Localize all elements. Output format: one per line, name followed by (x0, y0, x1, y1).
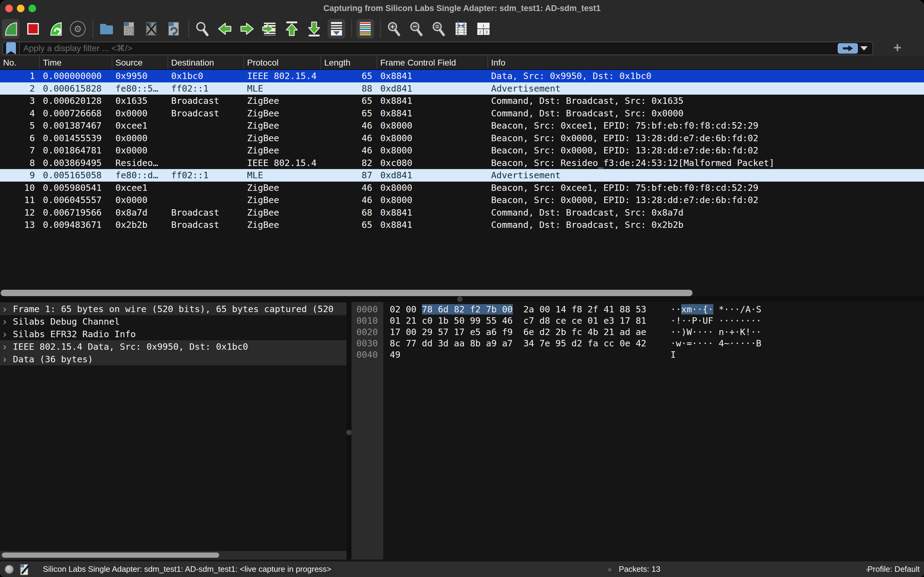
packet-row[interactable]: 100.0059805410xcee1ZigBee460x8000Beacon,… (0, 182, 924, 194)
hex-bytes[interactable]: 01 21 c0 1b 50 99 55 46 c7 d8 ce ce 01 e… (390, 315, 646, 327)
detail-hscrollbar-track (0, 551, 346, 559)
packet-row[interactable]: 90.005165058fe80::d…ff02::1MLE870xd841Ad… (0, 169, 924, 182)
column-header-no[interactable]: No. (0, 56, 40, 69)
toolbar-separator (188, 20, 189, 38)
column-header-destination[interactable]: Destination (168, 56, 244, 69)
splitter-handle[interactable] (346, 430, 352, 435)
start-capture-button[interactable] (2, 19, 19, 39)
packet-cell-length: 65 (321, 95, 377, 107)
reload-file-button[interactable] (165, 19, 182, 39)
resize-columns-button[interactable] (452, 19, 470, 39)
filter-dropdown-caret[interactable] (860, 46, 868, 50)
column-header-length[interactable]: Length (321, 56, 377, 69)
expand-chevron-icon[interactable]: › (3, 353, 13, 365)
layout-chooser-button[interactable]: 1 2 3 (475, 19, 492, 39)
hex-bytes[interactable]: 17 00 29 57 17 e5 a6 f9 6e d2 2b fc 4b 2… (390, 327, 646, 338)
hex-ascii[interactable]: ··)W···· n·+·K!·· (671, 327, 761, 338)
packet-cell-source: 0x2b2b (113, 219, 168, 231)
hex-ascii[interactable]: ·!··P·UF ········ (671, 315, 761, 327)
packet-row[interactable]: 60.0014555390x0000ZigBee460x8000Beacon, … (0, 132, 924, 145)
save-file-button[interactable]: 01010 01101 01110 (120, 19, 138, 39)
packet-row[interactable]: 20.000615828fe80::5…ff02::1MLE880xd841Ad… (0, 82, 924, 95)
close-file-button[interactable] (142, 19, 160, 39)
expand-chevron-icon[interactable]: › (3, 328, 13, 340)
hex-row[interactable]: 004049I (351, 349, 924, 361)
expand-chevron-icon[interactable]: › (3, 303, 13, 315)
packet-row[interactable]: 40.0007266680x0000BroadcastZigBee650x884… (0, 107, 924, 120)
packet-cell-no: 12 (0, 206, 40, 219)
first-packet-button[interactable] (283, 19, 301, 39)
add-filter-button[interactable]: + (893, 41, 901, 56)
column-header-fcf[interactable]: Frame Control Field (377, 56, 488, 69)
hex-ascii[interactable]: ·w·=···· 4~·····B (671, 338, 761, 349)
search-icon (195, 21, 210, 37)
packet-cell-protocol: ZigBee (244, 144, 321, 157)
vertical-splitter[interactable] (346, 302, 351, 559)
packet-cell-source: Resideo… (113, 157, 168, 169)
column-header-info[interactable]: Info (488, 56, 924, 69)
packet-cell-no: 1 (0, 70, 40, 82)
packet-cell-source: 0x0000 (113, 144, 168, 157)
packet-cell-time: 0.000726668 (40, 107, 113, 120)
packet-cell-info: Beacon, Src: 0x0000, EPID: 13:28:dd:e7:d… (488, 144, 924, 157)
packet-list-hscrollbar[interactable] (1, 290, 692, 296)
packet-cell-time: 0.000000000 (40, 70, 113, 82)
column-header-time[interactable]: Time (40, 56, 113, 69)
go-to-packet-button[interactable] (261, 19, 278, 39)
last-packet-button[interactable] (305, 19, 323, 39)
detail-row[interactable]: ›Silabs EFR32 Radio Info (0, 328, 346, 340)
next-packet-button[interactable] (238, 19, 256, 39)
zoom-reset-button[interactable]: = (430, 19, 448, 39)
packet-row[interactable]: 110.0060455570x0000ZigBee460x8000Beacon,… (0, 194, 924, 206)
packet-row[interactable]: 10.0000000000x99500x1bc0IEEE 802.15.4650… (0, 70, 924, 82)
hex-row[interactable]: 000002 00 78 6d 82 f2 7b 00 2a 00 14 f8 … (351, 304, 924, 315)
hex-bytes[interactable]: 02 00 78 6d 82 f2 7b 00 2a 00 14 f8 2f 4… (390, 304, 646, 315)
colorize-packets-button[interactable] (356, 19, 374, 39)
auto-scroll-button[interactable] (328, 19, 345, 39)
packet-row[interactable]: 80.003869495Resideo…IEEE 802.15.4820xc08… (0, 157, 924, 169)
filter-bookmark-button[interactable] (3, 42, 19, 55)
find-packet-button[interactable] (193, 19, 211, 39)
packet-row[interactable]: 130.0094836710x2b2bBroadcastZigBee650x88… (0, 219, 924, 231)
detail-row[interactable]: ›Frame 1: 65 bytes on wire (520 bits), 6… (0, 303, 346, 315)
packet-cell-length: 65 (321, 107, 377, 120)
column-header-protocol[interactable]: Protocol (244, 56, 321, 69)
packet-bytes-pane[interactable]: 000002 00 78 6d 82 f2 7b 00 2a 00 14 f8 … (351, 302, 924, 559)
packet-row[interactable]: 30.0006201280x1635BroadcastZigBee650x884… (0, 95, 924, 107)
capture-comment-button[interactable]: 0101 0110 (19, 564, 30, 577)
capture-status-led (5, 565, 14, 574)
detail-row[interactable]: ›Data (36 bytes) (0, 353, 346, 365)
detail-row[interactable]: ›IEEE 802.15.4 Data, Src: 0x9950, Dst: 0… (0, 340, 346, 353)
previous-packet-button[interactable] (216, 19, 233, 39)
status-bar: 0101 0110 Silicon Labs Single Adapter: s… (0, 561, 924, 577)
packet-cell-destination (168, 194, 244, 206)
horizontal-splitter[interactable] (0, 296, 924, 302)
expand-chevron-icon[interactable]: › (3, 340, 13, 353)
profile-selector[interactable]: Profile: Default (868, 561, 920, 577)
capture-options-button[interactable]: ⚙ (69, 19, 87, 39)
packet-row[interactable]: 50.0013874670xcee1ZigBee460x8000Beacon, … (0, 119, 924, 132)
column-header-source[interactable]: Source (113, 56, 168, 69)
packet-row[interactable]: 70.0018647810x0000ZigBee460x8000Beacon, … (0, 144, 924, 157)
open-file-button[interactable] (98, 19, 116, 39)
display-filter-input[interactable] (19, 43, 838, 53)
save-file-icon: 01010 01101 01110 (121, 21, 137, 37)
restart-capture-button[interactable] (47, 19, 64, 39)
hex-bytes[interactable]: 49 (390, 349, 401, 361)
hex-ascii[interactable]: ··xm··{· *···/A·S (671, 304, 761, 315)
detail-hscrollbar-thumb[interactable] (2, 553, 219, 558)
expand-chevron-icon[interactable]: › (3, 315, 13, 328)
apply-filter-button[interactable] (838, 43, 858, 53)
hex-row[interactable]: 001001 21 c0 1b 50 99 55 46 c7 d8 ce ce … (351, 315, 924, 327)
packet-row[interactable]: 120.0067195660x8a7dBroadcastZigBee680x88… (0, 206, 924, 219)
stop-capture-button[interactable] (24, 19, 42, 39)
zoom-out-button[interactable]: − (407, 19, 425, 39)
hex-ascii[interactable]: I (671, 349, 676, 361)
hex-bytes[interactable]: 8c 77 dd 3d aa 8b a9 a7 34 7e 95 d2 fa c… (390, 338, 646, 349)
packet-cell-length: 88 (321, 82, 377, 95)
detail-row[interactable]: ›Silabs Debug Channel (0, 315, 346, 328)
hex-row[interactable]: 00308c 77 dd 3d aa 8b a9 a7 34 7e 95 d2 … (351, 338, 924, 349)
hex-row[interactable]: 002017 00 29 57 17 e5 a6 f9 6e d2 2b fc … (351, 327, 924, 338)
splitter-handle[interactable] (457, 297, 463, 302)
zoom-in-button[interactable]: + (385, 19, 403, 39)
